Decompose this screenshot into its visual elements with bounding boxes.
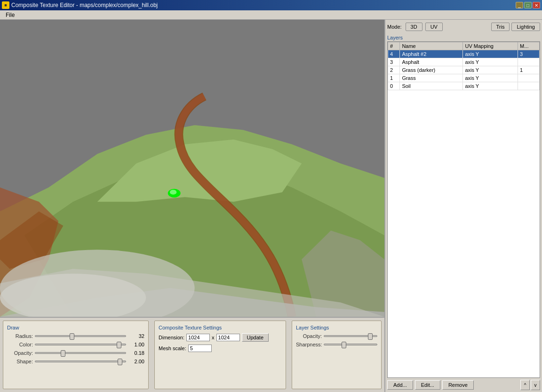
cell-name: Soil: [400, 82, 463, 90]
layer-settings-title: Layer Settings: [296, 325, 377, 330]
opacity-draw-thumb[interactable]: [61, 350, 65, 357]
sharpness-row: Sharpness:: [296, 342, 377, 347]
layers-label: Layers: [387, 35, 540, 40]
color-thumb[interactable]: [117, 342, 121, 348]
cell-num: 0: [388, 82, 400, 90]
radius-track[interactable]: [35, 335, 126, 337]
opacity-draw-label: Opacity:: [7, 350, 33, 356]
edit-layer-button[interactable]: Edit...: [415, 380, 440, 390]
dimension-height-input[interactable]: [216, 334, 240, 341]
col-num: #: [388, 42, 400, 50]
close-button[interactable]: ✕: [533, 2, 540, 8]
cell-m: 1: [518, 66, 540, 74]
dimension-label: Dimension:: [159, 335, 184, 340]
remove-layer-button[interactable]: Remove: [442, 380, 474, 390]
color-label: Color:: [7, 342, 33, 347]
layer-down-button[interactable]: v: [531, 380, 540, 390]
cell-m: 3: [518, 50, 540, 58]
table-row[interactable]: 3 Asphalt axis Y: [388, 58, 540, 66]
col-name: Name: [400, 42, 463, 50]
composite-panel-title: Composite Texture Settings: [159, 325, 282, 330]
add-layer-button[interactable]: Add...: [387, 380, 413, 390]
color-track[interactable]: [35, 344, 126, 345]
titlebar: ■ Composite Texture Editor - maps/comple…: [0, 0, 542, 10]
mesh-scale-row: Mesh scale:: [159, 345, 282, 352]
svg-point-13: [170, 190, 176, 195]
update-button[interactable]: Update: [242, 333, 269, 342]
layer-settings-panel: Layer Settings Opacity: Sharpness:: [292, 321, 382, 389]
cell-m: [518, 58, 540, 66]
col-uv: UV Mapping: [463, 42, 518, 50]
layer-up-button[interactable]: ^: [520, 380, 530, 390]
table-row[interactable]: 0 Soil axis Y: [388, 82, 540, 90]
right-panel: Mode: 3D UV Tris Lighting Layers # Name …: [384, 20, 542, 392]
draw-panel: Draw Radius: 32 Color: 1.00 Opac: [3, 321, 149, 389]
menubar: File: [0, 10, 542, 20]
layers-table: # Name UV Mapping M... 4 Asphalt #2 axis…: [388, 42, 540, 90]
mode-bar: Mode: 3D UV Tris Lighting: [387, 22, 540, 32]
opacity-draw-track[interactable]: [35, 352, 126, 354]
composite-texture-panel: Composite Texture Settings Dimension: x …: [154, 321, 286, 389]
cell-uv: axis Y: [463, 58, 518, 66]
mesh-scale-input[interactable]: [188, 345, 212, 352]
cell-uv: axis Y: [463, 66, 518, 74]
layers-section: Layers # Name UV Mapping M... 4 Asphalt …: [387, 35, 540, 390]
layers-buttons: Add... Edit... Remove ^ v: [387, 380, 540, 390]
dimension-width-input[interactable]: [186, 334, 210, 341]
radius-row: Radius: 32: [7, 333, 144, 339]
radius-value: 32: [128, 333, 144, 339]
shape-label: Shape:: [7, 359, 33, 364]
cell-num: 4: [388, 50, 400, 58]
table-row[interactable]: 2 Grass (darker) axis Y 1: [388, 66, 540, 74]
tris-button[interactable]: Tris: [491, 23, 510, 31]
shape-track[interactable]: [35, 361, 126, 362]
mesh-scale-label: Mesh scale:: [159, 345, 186, 351]
col-m: M...: [518, 42, 540, 50]
3d-viewport[interactable]: [0, 20, 384, 317]
lighting-button[interactable]: Lighting: [511, 23, 540, 31]
cell-name: Grass (darker): [400, 66, 463, 74]
layer-opacity-label: Opacity:: [296, 333, 322, 339]
opacity-draw-row: Opacity: 0.18: [7, 350, 144, 356]
dimension-row: Dimension: x Update: [159, 333, 282, 342]
cell-name: Asphalt: [400, 58, 463, 66]
menu-file[interactable]: File: [2, 11, 18, 19]
layer-opacity-row: Opacity:: [296, 333, 377, 339]
radius-thumb[interactable]: [70, 333, 74, 340]
sharpness-thumb[interactable]: [342, 342, 346, 348]
cell-m: [518, 82, 540, 90]
cell-num: 1: [388, 74, 400, 82]
shape-value: 2.00: [128, 359, 144, 364]
sharpness-track[interactable]: [324, 344, 377, 345]
color-row: Color: 1.00: [7, 342, 144, 347]
cell-uv: axis Y: [463, 82, 518, 90]
shape-row: Shape: 2.00: [7, 359, 144, 364]
table-row[interactable]: 1 Grass axis Y: [388, 74, 540, 82]
opacity-draw-value: 0.18: [128, 350, 144, 356]
sharpness-label: Sharpness:: [296, 342, 322, 347]
app-icon: ■: [2, 1, 9, 9]
mode-uv-button[interactable]: UV: [425, 23, 443, 31]
layers-table-container[interactable]: # Name UV Mapping M... 4 Asphalt #2 axis…: [387, 41, 540, 378]
maximize-button[interactable]: □: [524, 2, 532, 8]
color-value: 1.00: [128, 342, 144, 347]
cell-uv: axis Y: [463, 50, 518, 58]
cell-num: 2: [388, 66, 400, 74]
radius-label: Radius:: [7, 333, 33, 339]
minimize-button[interactable]: _: [516, 2, 523, 8]
cell-name: Asphalt #2: [400, 50, 463, 58]
dimension-x-separator: x: [212, 335, 215, 340]
mode-label: Mode:: [387, 24, 402, 30]
cell-name: Grass: [400, 74, 463, 82]
shape-thumb[interactable]: [118, 359, 122, 365]
cell-num: 3: [388, 58, 400, 66]
layer-opacity-track[interactable]: [324, 335, 377, 337]
cell-uv: axis Y: [463, 74, 518, 82]
mode-3d-button[interactable]: 3D: [406, 23, 422, 31]
draw-panel-title: Draw: [7, 325, 144, 330]
layer-opacity-thumb[interactable]: [368, 333, 373, 340]
terrain-view: [0, 20, 384, 317]
table-row[interactable]: 4 Asphalt #2 axis Y 3: [388, 50, 540, 58]
window-title: Composite Texture Editor - maps/complex/…: [11, 2, 158, 8]
cell-m: [518, 74, 540, 82]
